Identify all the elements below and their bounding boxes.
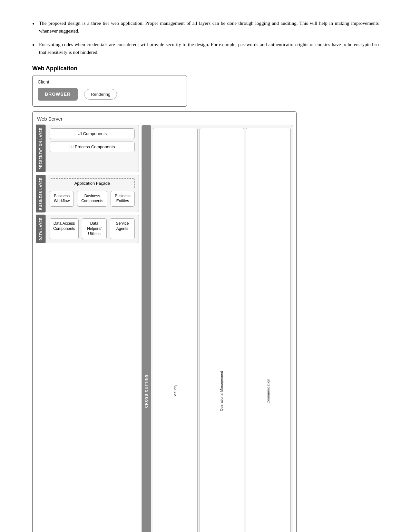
bullet-item-1: • The proposed design is a three tier we… bbox=[32, 19, 379, 35]
layers-column: PRESENTATION LAYER UI Components UI Proc… bbox=[36, 125, 139, 532]
business-layer-row: BUSINESS LAYER Application Façade Busine… bbox=[36, 175, 139, 212]
pres-components: UI Components UI Process Components bbox=[50, 128, 135, 152]
browser-box: BROWSER bbox=[38, 88, 78, 101]
bullet-item-2: • Encrypting codes when credentials are … bbox=[32, 41, 379, 56]
service-agents: Service Agents bbox=[110, 218, 135, 239]
cross-security-text: Security bbox=[172, 383, 178, 399]
client-label: Client bbox=[38, 79, 181, 84]
bullet-text-1: The proposed design is a three tier web … bbox=[39, 19, 379, 35]
data-access: Data Access Components bbox=[50, 218, 79, 239]
cross-cutting-label: CROSS-CUTTING bbox=[142, 125, 151, 532]
bullet-dot-1: • bbox=[32, 19, 34, 29]
biz-components: Business Components bbox=[77, 191, 107, 207]
cross-security: Security bbox=[153, 128, 198, 532]
presentation-content: UI Components UI Process Components bbox=[45, 125, 139, 172]
diagram-container: Web Application Client BROWSER Rendering… bbox=[32, 65, 379, 532]
bullet-list: • The proposed design is a three tier we… bbox=[32, 19, 379, 56]
cross-items: Security Operational Management Communic… bbox=[151, 125, 293, 532]
cross-cutting-wrapper: CROSS-CUTTING Security Operational Manag… bbox=[142, 125, 293, 532]
bullet-dot-2: • bbox=[32, 40, 34, 50]
ui-process-components-box: UI Process Components bbox=[50, 142, 135, 152]
cross-operational-text: Operational Management bbox=[219, 369, 224, 413]
webserver-label: Web Server bbox=[36, 116, 293, 122]
data-content: Data Access Components Data Helpers/ Uti… bbox=[45, 215, 139, 243]
presentation-layer-row: PRESENTATION LAYER UI Components UI Proc… bbox=[36, 125, 139, 172]
data-layer-row: DATA LAYER Data Access Components Data H… bbox=[36, 215, 139, 243]
client-box: Client BROWSER Rendering bbox=[32, 75, 187, 107]
ui-components-box: UI Components bbox=[50, 128, 135, 139]
business-content: Application Façade Business Workflow Bus… bbox=[45, 175, 139, 212]
webserver-box: Web Server PRESENTATION LAYER UI Compone… bbox=[32, 111, 297, 532]
data-items: Data Access Components Data Helpers/ Uti… bbox=[50, 218, 135, 239]
diagram-title: Web Application bbox=[32, 65, 379, 72]
cross-communication: Communication bbox=[246, 128, 291, 532]
cross-operational: Operational Management bbox=[200, 128, 244, 532]
biz-items: Business Workflow Business Components Bu… bbox=[50, 191, 135, 207]
biz-entities: Business Entities bbox=[111, 191, 135, 207]
biz-facade: Application Façade bbox=[50, 178, 135, 188]
data-helpers: Data Helpers/ Utilities bbox=[82, 218, 107, 239]
business-label: BUSINESS LAYER bbox=[36, 175, 45, 212]
biz-workflow: Business Workflow bbox=[50, 191, 74, 207]
rendering-box: Rendering bbox=[84, 89, 117, 100]
data-label: DATA LAYER bbox=[36, 215, 45, 243]
browser-row: BROWSER Rendering bbox=[38, 88, 181, 101]
cross-communication-text: Communication bbox=[266, 377, 271, 405]
webserver-inner: PRESENTATION LAYER UI Components UI Proc… bbox=[36, 125, 293, 532]
bullet-text-2: Encrypting codes when credentials are co… bbox=[39, 41, 379, 56]
presentation-label: PRESENTATION LAYER bbox=[36, 125, 45, 172]
